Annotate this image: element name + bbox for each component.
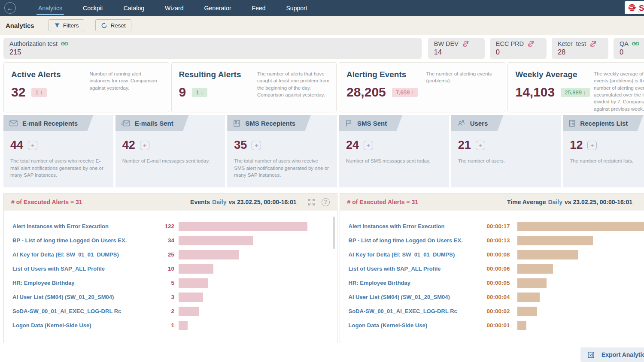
chart-scrollbar[interactable] [333, 217, 335, 249]
system-tile-authorization-test[interactable]: Authorization test 215 [3, 38, 422, 59]
clipboard-list-icon [569, 120, 575, 127]
filters-button[interactable]: Filters [49, 19, 85, 31]
system-tile-qa[interactable]: QA 0 [614, 38, 644, 59]
tab-analytics[interactable]: Analytics [28, 0, 73, 16]
tab-cockpit[interactable]: Cockpit [73, 0, 113, 16]
stat-banner: SMS Sent [339, 115, 402, 131]
alert-name-link[interactable]: AI User List (SM04) (SW_01_20_SM04) [349, 294, 486, 300]
alert-name-link[interactable]: List of Users with SAP_ALL Profile [12, 265, 154, 272]
bar [179, 278, 208, 288]
sms-flag-icon [345, 120, 352, 127]
kpi-description: The weekly average of alerting events (p… [594, 70, 644, 112]
link-broken-icon [589, 41, 597, 47]
bar-value: 00:00:04 [486, 294, 510, 300]
system-name: BW DEV [434, 40, 459, 47]
expand-plus-button[interactable]: + [364, 141, 373, 150]
envelope-icon [9, 120, 18, 127]
bar-value: 00:00:06 [486, 265, 510, 272]
bar [517, 321, 527, 330]
alert-name-link[interactable]: HR: Employee Birthday [12, 280, 154, 286]
kpi-row: Active Alerts 32 1 ↑ Number of running a… [3, 62, 644, 112]
alert-name-link[interactable]: HR: Employee Birthday [349, 280, 486, 286]
stat-value: 24 [346, 139, 359, 152]
brand-subtext: s [638, 10, 640, 13]
bar-value: 2 [154, 308, 174, 314]
expand-plus-button[interactable]: + [476, 141, 485, 150]
chart-title: # of Executed Alerts = 31 [347, 199, 419, 205]
stat-banner: E-mails Sent [115, 115, 189, 131]
tab-catalog[interactable]: Catalog [113, 0, 155, 16]
chart-period-link[interactable]: Daily [548, 199, 562, 205]
kpi-card-active-alerts: Active Alerts 32 1 ↑ Number of running a… [3, 62, 169, 112]
back-button[interactable]: ← [4, 2, 16, 14]
alert-name-link[interactable]: Alert Instances with Error Execution [12, 223, 154, 229]
chart-panel-time-average: # of Executed Alerts = 31 Time Average D… [340, 193, 644, 343]
help-icon[interactable]: ? [322, 198, 330, 206]
expand-icon[interactable] [308, 199, 315, 206]
bar [517, 264, 553, 274]
chart-subtitle-prefix: Time Average [507, 199, 546, 205]
system-tile-bw-dev[interactable]: BW DEV 14 [428, 38, 485, 59]
alert-name-link[interactable]: Alert Instances with Error Execution [349, 223, 486, 229]
system-value: 28 [558, 48, 603, 56]
tab-wizard[interactable]: Wizard [155, 0, 194, 16]
chart-subtitle-suffix: vs 23.02.25, 00:00-16:01 [565, 199, 632, 205]
bar-value: 5 [154, 280, 174, 286]
stat-description: The number of recipient lists. [570, 157, 644, 165]
kpi-card-weekly-average: Weekly Average 14,103 25,889 ↓ The weekl… [507, 62, 644, 112]
bar [517, 236, 593, 245]
expand-plus-button[interactable]: + [252, 141, 261, 150]
alert-name-link[interactable]: AI Key for Delta (EI: SW_01_01_DUMPS) [349, 251, 486, 258]
kpi-description: Number of running alert instances for no… [90, 70, 163, 112]
kpi-value: 28,205 [346, 85, 386, 100]
chart-panel-events: # of Executed Alerts = 31 Events Daily v… [3, 193, 337, 343]
alert-name-link[interactable]: BP - List of long time Logged On Users E… [12, 237, 154, 244]
export-excel-icon: x [587, 351, 595, 359]
chart-period-link[interactable]: Daily [212, 199, 226, 205]
alert-name-link[interactable]: List of Users with SAP_ALL Profile [349, 265, 486, 272]
company-logo: S s [625, 1, 644, 14]
stat-title: E-mails Sent [135, 120, 173, 127]
reset-label: Reset [110, 22, 125, 29]
chart-subtitle: Events Daily vs 23.02.25, 00:00-16:01 [190, 199, 296, 205]
chart-row: HR: Employee Birthday 00:00:05 [340, 276, 644, 290]
stat-tile-email-recepients: E-mail Recepients 44 + The total number … [3, 115, 113, 187]
chart-row: AI Key for Delta (EI: SW_01_01_DUMPS) 00… [340, 247, 644, 262]
filter-icon [54, 22, 60, 28]
stat-banner: Recepients List [563, 115, 643, 131]
reset-button[interactable]: Reset [95, 19, 131, 31]
stat-title: E-mail Recepients [22, 120, 78, 127]
link-broken-icon [527, 41, 535, 47]
tab-support[interactable]: Support [276, 0, 318, 16]
alert-name-link[interactable]: SoDA-SW_00_01_AI_EXEC_LOG-DRL Rc [349, 308, 486, 314]
kpi-value: 32 [11, 85, 25, 100]
chart-row: Logon Data (Kernel-Side Use) 00:00:01 [340, 318, 644, 332]
alert-name-link[interactable]: BP - List of long time Logged On Users E… [349, 237, 486, 244]
alert-name-link[interactable]: Logon Data (Kernel-Side Use) [12, 322, 154, 329]
kpi-title: Resulting Alerts [179, 70, 258, 79]
alert-name-link[interactable]: AI Key for Delta (EI: SW_01_01_DUMPS) [12, 251, 154, 258]
system-tile-keter-test[interactable]: Keter_test 28 [552, 38, 608, 59]
stat-value: 12 [570, 139, 583, 152]
stat-description: The total number of users who receive E-… [10, 157, 106, 179]
tab-feed[interactable]: Feed [242, 0, 276, 16]
kpi-title: Weekly Average [515, 70, 594, 79]
system-tile-ecc-prd[interactable]: ECC PRD 0 [490, 38, 547, 59]
kpi-title: Alerting Events [346, 70, 426, 79]
stat-title: SMS Recepients [245, 120, 295, 127]
reset-icon [101, 22, 107, 29]
expand-plus-button[interactable]: + [140, 141, 149, 150]
kpi-description: The number of alerts that have caught at… [257, 70, 330, 112]
stats-row: E-mail Recepients 44 + The total number … [3, 115, 644, 187]
toolbar: Analytics Filters Reset [0, 16, 644, 35]
alert-name-link[interactable]: SoDA-SW_00_01_AI_EXEC_LOG-DRL Rc [12, 308, 154, 314]
expand-plus-button[interactable]: + [28, 141, 37, 150]
system-value: 215 [9, 48, 416, 56]
bar [179, 222, 307, 231]
alert-name-link[interactable]: AI User List (SM04) (SW_01_20_SM04) [12, 294, 154, 300]
expand-plus-button[interactable]: + [587, 141, 597, 150]
alert-name-link[interactable]: Logon Data (Kernel-Side Use) [349, 322, 486, 329]
stat-tile-emails-sent: E-mails Sent 42 + Number of E-mail messa… [115, 115, 225, 187]
export-analytics-button[interactable]: x Export Analytics [580, 347, 644, 362]
tab-generator[interactable]: Generator [194, 0, 242, 16]
